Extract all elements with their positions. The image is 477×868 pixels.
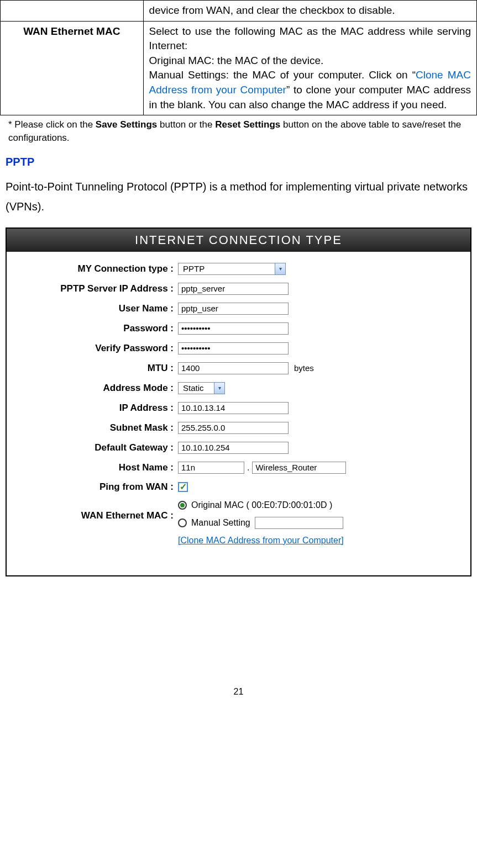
radio-icon: [178, 518, 187, 527]
label-username: User Name :: [23, 303, 178, 314]
label-host-name: Host Name :: [23, 462, 178, 473]
row-password: Password :: [23, 322, 454, 335]
row-wan-mac: WAN Ethernet MAC : Original MAC ( 00:E0:…: [23, 500, 454, 546]
field-host-name: .: [178, 462, 454, 474]
row-ping-wan: Ping from WAN : ✓: [23, 481, 454, 493]
table-cell-label: [1, 1, 144, 22]
row-verify-password: Verify Password :: [23, 342, 454, 354]
field-default-gateway: [178, 442, 454, 454]
table-row: device from WAN, and clear the checkbox …: [1, 1, 477, 22]
field-ip-address: [178, 402, 454, 414]
mtu-input[interactable]: [178, 362, 289, 374]
label-subnet-mask: Subnet Mask :: [23, 422, 178, 433]
note-bold: Reset Settings: [215, 119, 280, 130]
row-address-mode: Address Mode : Static ▾: [23, 382, 454, 394]
row-mtu: MTU : bytes: [23, 362, 454, 374]
wan-mac-radio-group: Original MAC ( 00:E0:7D:00:01:0D ) Manua…: [178, 500, 344, 546]
desc-text: Select to use the following MAC as the M…: [149, 25, 471, 52]
page-number: 21: [0, 687, 477, 697]
manual-setting-label: Manual Setting: [191, 518, 250, 528]
desc-text: Original MAC: the MAC of the device.: [149, 55, 324, 66]
table-row: WAN Ethernet MAC Select to use the follo…: [1, 21, 477, 115]
host-name-input-2[interactable]: [252, 462, 346, 474]
field-ping-wan: ✓: [178, 482, 454, 492]
desc-text: Manual Settings: the MAC of your compute…: [149, 69, 416, 81]
clone-mac-link-row: [Clone MAC Address from your Computer]: [178, 536, 344, 546]
note-bold: Save Settings: [96, 119, 158, 130]
verify-password-input[interactable]: [178, 342, 289, 354]
label-mtu: MTU :: [23, 363, 178, 374]
table-cell-desc: device from WAN, and clear the checkbox …: [143, 1, 476, 22]
section-description: Point-to-Point Tunneling Protocol (PPTP)…: [0, 177, 477, 227]
label-server-ip: PPTP Server IP Address :: [23, 283, 178, 294]
section-title-pptp: PPTP: [0, 147, 477, 177]
select-value: PPTP: [178, 263, 275, 275]
label-wan-mac: WAN Ethernet MAC :: [23, 500, 178, 521]
label-default-gateway: Default Gateway :: [23, 442, 178, 453]
radio-original-mac[interactable]: Original MAC ( 00:E0:7D:00:01:0D ): [178, 500, 344, 510]
table-cell-label: WAN Ethernet MAC: [1, 21, 144, 115]
label-address-mode: Address Mode :: [23, 383, 178, 394]
clone-mac-link[interactable]: [Clone MAC Address from your Computer]: [178, 536, 344, 545]
note-segment: * Please click on the: [8, 119, 96, 130]
field-address-mode: Static ▾: [178, 382, 454, 394]
subnet-mask-input[interactable]: [178, 422, 289, 434]
field-mtu: bytes: [178, 362, 454, 374]
server-ip-input[interactable]: [178, 283, 289, 295]
password-input[interactable]: [178, 322, 289, 335]
host-name-separator: .: [247, 463, 249, 473]
username-input[interactable]: [178, 303, 289, 315]
select-value: Static: [178, 382, 214, 394]
field-subnet-mask: [178, 422, 454, 434]
default-gateway-input[interactable]: [178, 442, 289, 454]
original-mac-label: Original MAC ( 00:E0:7D:00:01:0D ): [191, 500, 332, 510]
radio-manual-setting[interactable]: Manual Setting: [178, 517, 344, 529]
note-segment: button or the: [157, 119, 215, 130]
ping-wan-checkbox[interactable]: ✓: [178, 482, 188, 492]
connection-form: INTERNET CONNECTION TYPE MY Connection t…: [6, 227, 471, 576]
field-connection-type: PPTP ▾: [178, 263, 454, 275]
row-server-ip: PPTP Server IP Address :: [23, 283, 454, 295]
host-name-input-1[interactable]: [178, 462, 244, 474]
field-server-ip: [178, 283, 454, 295]
label-ping-wan: Ping from WAN :: [23, 481, 178, 493]
address-mode-select[interactable]: Static ▾: [178, 382, 225, 394]
description-table: device from WAN, and clear the checkbox …: [0, 0, 477, 115]
row-subnet-mask: Subnet Mask :: [23, 422, 454, 434]
chevron-down-icon: ▾: [214, 382, 225, 394]
field-wan-mac: Original MAC ( 00:E0:7D:00:01:0D ) Manua…: [178, 500, 454, 546]
row-connection-type: MY Connection type : PPTP ▾: [23, 263, 454, 275]
row-default-gateway: Default Gateway :: [23, 442, 454, 454]
table-cell-desc: Select to use the following MAC as the M…: [143, 21, 476, 115]
radio-icon-checked: [178, 501, 187, 510]
row-username: User Name :: [23, 303, 454, 315]
field-password: [178, 322, 454, 335]
row-ip-address: IP Address :: [23, 402, 454, 414]
label-verify-password: Verify Password :: [23, 343, 178, 354]
note-text: * Please click on the Save Settings butt…: [0, 115, 477, 147]
form-header: INTERNET CONNECTION TYPE: [7, 229, 470, 252]
label-ip-address: IP Address :: [23, 403, 178, 414]
ip-address-input[interactable]: [178, 402, 289, 414]
row-host-name: Host Name : .: [23, 462, 454, 474]
form-body: MY Connection type : PPTP ▾ PPTP Server …: [7, 252, 470, 575]
field-verify-password: [178, 342, 454, 354]
field-username: [178, 303, 454, 315]
check-icon: ✓: [180, 481, 187, 492]
label-password: Password :: [23, 323, 178, 334]
label-connection-type: MY Connection type :: [23, 263, 178, 274]
chevron-down-icon: ▾: [275, 263, 286, 275]
manual-mac-input[interactable]: [255, 517, 343, 529]
mtu-suffix: bytes: [294, 363, 314, 373]
connection-type-select[interactable]: PPTP ▾: [178, 263, 286, 275]
